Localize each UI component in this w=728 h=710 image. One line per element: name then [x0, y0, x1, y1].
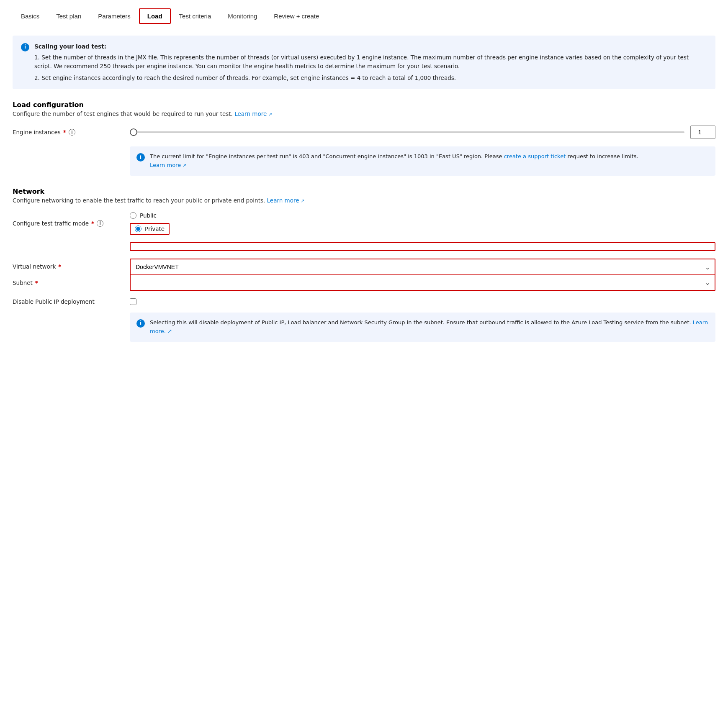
radio-public[interactable] — [130, 212, 136, 219]
engine-instances-input[interactable] — [690, 126, 715, 139]
virtual-network-dropdown[interactable]: DockerVMVNET ⌄ — [131, 259, 715, 274]
info-icon: i — [21, 43, 29, 51]
load-config-desc: Configure the number of test engines tha… — [13, 110, 715, 117]
engine-instances-required: * — [63, 129, 66, 136]
virtual-network-label-inline — [131, 243, 231, 250]
radio-public-label: Public — [140, 212, 157, 219]
subnet-required: * — [35, 279, 38, 286]
engine-instances-slider-container — [130, 126, 715, 139]
tab-test-plan[interactable]: Test plan — [48, 8, 90, 24]
virtual-network-inner-row — [131, 243, 715, 250]
network-desc: Configure networking to enable the test … — [13, 197, 715, 204]
network-title: Network — [13, 187, 715, 195]
tab-load[interactable]: Load — [139, 8, 171, 24]
nav-tabs: Basics Test plan Parameters Load Test cr… — [13, 8, 715, 24]
tab-test-criteria[interactable]: Test criteria — [171, 8, 220, 24]
subnet-dropdown-wrapper: ⌄ — [130, 275, 715, 291]
limit-info-icon: i — [136, 153, 145, 161]
public-ip-info-icon: i — [136, 319, 145, 328]
disable-public-ip-checkbox-option[interactable] — [130, 298, 136, 305]
tab-basics[interactable]: Basics — [13, 8, 48, 24]
public-ip-info-box: i Selecting this will disable deployment… — [130, 313, 715, 342]
tab-monitoring[interactable]: Monitoring — [219, 8, 265, 24]
engine-instances-label: Engine instances * i — [13, 129, 121, 136]
limit-info-box: i The current limit for "Engine instance… — [130, 146, 715, 176]
traffic-mode-required: * — [91, 220, 94, 227]
network-learn-more-link[interactable]: Learn more — [267, 197, 305, 204]
virtual-network-select[interactable]: DockerVMVNET — [131, 259, 715, 274]
scaling-info-title: Scaling your load test: — [34, 42, 707, 51]
load-config-title: Load configuration — [13, 101, 715, 109]
traffic-mode-label: Configure test traffic mode * i — [13, 220, 121, 227]
virtual-network-subnet-row — [13, 242, 715, 251]
traffic-mode-radio-group: Public Private — [130, 212, 170, 235]
virtual-network-dropdown-wrapper: DockerVMVNET ⌄ — [130, 259, 715, 275]
scaling-info-text: Scaling your load test: 1. Set the numbe… — [34, 42, 707, 82]
load-config-learn-more-link[interactable]: Learn more — [234, 110, 272, 117]
traffic-mode-row: Configure test traffic mode * i Public P… — [13, 212, 715, 235]
scaling-info-line2: 1. Set the number of threads in the JMX … — [34, 53, 707, 71]
load-config-section: Load configuration Configure the number … — [13, 101, 715, 176]
scaling-info-line3: 2. Set engine instances accordingly to r… — [34, 74, 707, 83]
limit-learn-more-link[interactable]: Learn more — [150, 162, 186, 168]
disable-public-ip-label: Disable Public IP deployment — [13, 298, 121, 305]
radio-private-option[interactable]: Private — [130, 223, 170, 235]
engine-instances-slider-track[interactable] — [130, 131, 684, 133]
limit-info-text: The current limit for "Engine instances … — [150, 152, 638, 170]
traffic-mode-info-icon[interactable]: i — [97, 220, 103, 227]
vnet-subnet-wrapper — [130, 242, 715, 251]
engine-instances-row: Engine instances * i — [13, 126, 715, 139]
subnet-row: Subnet * ⌄ — [13, 275, 715, 291]
virtual-network-label: Virtual network * — [13, 263, 121, 270]
network-section: Network Configure networking to enable t… — [13, 187, 715, 342]
disable-public-ip-checkbox[interactable] — [130, 298, 136, 305]
tab-review-create[interactable]: Review + create — [265, 8, 327, 24]
virtual-network-row: Virtual network * DockerVMVNET ⌄ — [13, 259, 715, 275]
disable-public-ip-row: Disable Public IP deployment — [13, 298, 715, 305]
scaling-info-box: i Scaling your load test: 1. Set the num… — [13, 36, 715, 89]
engine-instances-info-icon[interactable]: i — [69, 129, 75, 136]
public-ip-ext-icon: ↗ — [167, 328, 172, 334]
subnet-dropdown[interactable]: ⌄ — [131, 275, 715, 290]
public-ip-info-text: Selecting this will disable deployment o… — [150, 318, 709, 336]
radio-private-label: Private — [145, 226, 165, 232]
subnet-label: Subnet * — [13, 279, 121, 286]
radio-private[interactable] — [135, 226, 141, 232]
virtual-network-required: * — [58, 263, 61, 270]
engine-instances-slider-thumb[interactable] — [130, 128, 137, 136]
radio-public-option[interactable]: Public — [130, 212, 170, 219]
subnet-select[interactable] — [131, 275, 715, 290]
tab-parameters[interactable]: Parameters — [90, 8, 139, 24]
create-support-ticket-link[interactable]: create a support ticket — [504, 153, 566, 159]
